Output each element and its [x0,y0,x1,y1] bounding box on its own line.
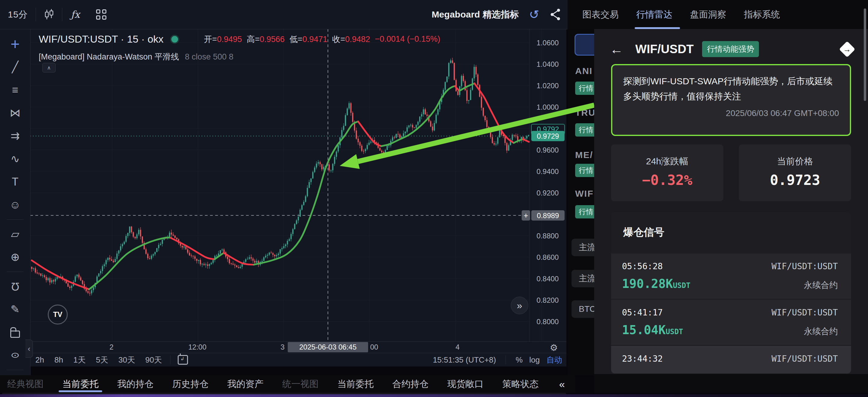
tradingview-logo[interactable]: TV [48,304,68,325]
signal-line-2: 190.28KUSDT永续合约 [622,277,838,291]
svg-text:0.8989: 0.8989 [537,211,559,220]
bottom-tab-统一视图[interactable]: 统一视图 [282,375,318,393]
stat-label: 当前价格 [739,155,851,168]
emoji-icon[interactable]: ☺ [4,194,26,216]
range-90天[interactable]: 90天 [140,355,167,365]
signal-unit: USDT [673,281,690,290]
candlestick-plot[interactable]: 1.06001.04001.02001.00000.96000.94000.92… [30,29,566,341]
go-to-chart-icon[interactable]: → [839,41,855,57]
signal-time: 23:44:32 [622,354,663,364]
pattern-icon-glyph: ⋈ [10,107,21,119]
bottom-tab-合约持仓[interactable]: 合约持仓 [392,375,429,393]
top-toolbar: 15分 ƒx Megaboard 精选指标 ↺ [0,0,567,29]
radar-detail-panel: ← WIF/USDT 行情动能强势 → 探测到WIF-USDT-SWAP行情动能… [594,29,868,393]
projection-icon[interactable]: ⇉ [4,125,26,147]
bottom-accent-line [0,394,868,397]
share-icon[interactable] [550,8,562,21]
signal-row[interactable]: 23:44:32WIF/USDT:USDT [611,346,851,373]
symbol-header: WIF/USDT:USDT · 15 · okx 开=0.9495高=0.956… [39,33,440,45]
svg-text:+: + [523,211,528,220]
signal-row[interactable]: 05:41:17WIF/USDT:USDT15.04KUSDT永续合约 [611,300,851,345]
percent-scale-button[interactable]: % [516,355,523,365]
tab-盘面洞察[interactable]: 盘面洞察 [690,0,726,29]
bottom-tab-bar: 经典视图当前委托我的持仓历史持仓我的资产统一视图当前委托合约持仓现货敞口策略状态… [0,375,575,393]
indicators-fx-icon[interactable]: ƒx [62,0,88,29]
axis-settings-icon[interactable]: ⚙ [550,342,558,353]
interval-selector[interactable]: 15分 [0,8,36,21]
time-axis[interactable]: ⚙ 212:0030042025-06-03 06:45 [30,341,566,353]
tab-指标系统[interactable]: 指标系统 [743,0,780,29]
momentum-badge: 行情动能强势 [702,41,759,57]
right-panel-tabs: 图表交易行情雷达盘面洞察指标系统 [568,0,868,29]
bottom-tab-策略状态[interactable]: 策略状态 [502,375,538,393]
range-8h[interactable]: 8h [49,355,68,365]
pattern-icon[interactable]: ⋈ [4,102,26,124]
svg-text:0.8800: 0.8800 [536,232,559,240]
ohlc-pair: 高=0.9566 [247,34,284,45]
indicator-collapse-button[interactable]: ∧ [42,63,56,72]
signal-row[interactable]: 05:56:28WIF/USDT:USDT190.28KUSDT永续合约 [611,254,851,299]
eye-icon-glyph: ⊙ [10,351,20,360]
layout-grid-icon[interactable] [88,0,114,29]
bottom-tab-我的资产[interactable]: 我的资产 [227,375,264,393]
chart-style-icon[interactable] [36,0,62,29]
range-5天[interactable]: 5天 [91,355,113,365]
bottom-tab-经典视图[interactable]: 经典视图 [7,375,43,393]
toolbar-divider [7,370,24,370]
edit-icon-glyph: ✎ [10,303,20,316]
back-button[interactable]: ← [610,43,623,56]
bottom-tab-现货敞口[interactable]: 现货敞口 [447,375,484,393]
bottom-collapse-icon[interactable]: « [559,378,565,390]
text-icon[interactable]: T [4,171,26,193]
time-tick-2: 2 [110,343,113,352]
ohlc-label: 收= [332,35,345,44]
svg-text:0.9729: 0.9729 [537,132,559,140]
history-restore-icon[interactable]: ↺ [529,8,539,21]
fib-lines-icon[interactable]: ≡ [4,79,26,101]
chart-area[interactable]: 1.06001.04001.02001.00000.96000.94000.92… [30,29,566,366]
signal-line-1: 05:41:17WIF/USDT:USDT [622,307,838,318]
tab-图表交易[interactable]: 图表交易 [582,0,619,29]
log-scale-button[interactable]: log [529,355,540,365]
fib-lines-icon-glyph: ≡ [12,84,18,96]
signal-alert-card[interactable]: 探测到WIF-USDT-SWAP行情动能强势，后市或延续多头顺势行情，值得保持关… [611,64,851,136]
list-item-行情: 行情 [575,164,597,177]
range-1天[interactable]: 1天 [68,355,91,365]
svg-text:1.0200: 1.0200 [536,81,559,90]
scroll-right-button[interactable]: » [511,297,528,314]
time-tick-12:00: 12:00 [188,343,207,352]
auto-scale-button[interactable]: 自动 [547,355,562,365]
range-30天[interactable]: 30天 [113,355,140,365]
bottom-tab-历史持仓[interactable]: 历史持仓 [172,375,209,393]
trendline-icon[interactable]: ╱ [4,56,26,78]
brush-icon[interactable]: ∿ [4,148,26,170]
signal-line-2: 15.04KUSDT永续合约 [622,323,838,337]
edit-icon[interactable]: ✎ [4,298,26,320]
clock[interactable]: 15:51:35 (UTC+8) [433,355,496,365]
signal-symbol: WIF/USDT:USDT [772,307,838,318]
range-2h[interactable]: 2h [30,355,49,365]
magnet-icon[interactable]: Ω [4,275,26,297]
tab-行情雷达[interactable]: 行情雷达 [636,0,673,29]
crosshair-icon[interactable]: + [4,33,26,55]
eye-icon[interactable]: ⊙ [4,344,26,366]
stat-cards: 24h涨跌幅−0.32%当前价格0.9723 [611,144,851,201]
ohlc-values: 开=0.9495高=0.9566低=0.9471收=0.9482−0.0014 … [204,34,440,45]
signal-time: 05:56:28 [622,261,663,271]
panel-scrollbar[interactable] [864,8,866,101]
panel-symbol-title: WIF/USDT [635,42,693,56]
zoom-in-icon[interactable]: ⊕ [4,246,26,268]
bottom-tab-我的持仓[interactable]: 我的持仓 [117,375,154,393]
signal-amount: 190.28KUSDT [622,277,690,291]
symbol-title[interactable]: WIF/USDT:USDT · 15 · okx [39,33,163,45]
indicator-row[interactable]: [Megaboard] Nadaraya-Watson 平滑线 8 close … [39,52,233,62]
lock-icon[interactable] [4,322,26,343]
bottom-tab-当前委托[interactable]: 当前委托 [337,375,374,393]
bottom-tab-当前委托[interactable]: 当前委托 [62,375,98,393]
signal-amount: 15.04KUSDT [622,323,683,337]
stat-label: 24h涨跌幅 [611,155,723,168]
toolbar-collapse-handle[interactable]: ‹ [25,340,33,358]
bottom-tab-underline [59,390,102,392]
go-to-date-icon[interactable] [178,355,188,365]
ruler-icon[interactable]: ▱ [4,223,26,245]
